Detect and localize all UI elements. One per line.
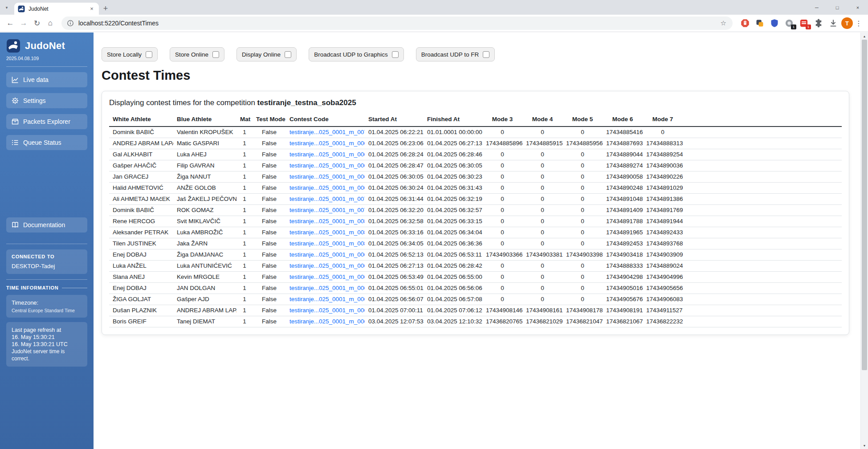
store-online-checkbox[interactable] [212, 51, 219, 58]
connected-host: DESKTOP-Tadej [12, 263, 82, 269]
browser-tab[interactable]: JudoNet × [14, 3, 99, 15]
bookmark-star-icon[interactable]: ☆ [720, 19, 727, 27]
display-online-checkbox[interactable] [285, 51, 291, 58]
contest-code-link[interactable]: testiranje...025_0001_m_0060_0019 [289, 296, 365, 302]
mode-6-cell: 1743489245370 [603, 238, 643, 249]
sidebar-item-live-data[interactable]: Live data [6, 72, 87, 87]
logo-row: JudoNet [0, 39, 94, 53]
mode-7-cell: 1743490499619 [643, 272, 683, 283]
mode-5-cell: 0 [562, 238, 603, 249]
shield-extension-icon[interactable] [770, 19, 779, 28]
maximize-button[interactable]: □ [827, 0, 848, 15]
store-locally-checkbox[interactable] [146, 51, 152, 58]
mode-4-cell: 0 [522, 171, 562, 183]
contest-code-link[interactable]: testiranje...025_0001_m_0060_0005 [289, 140, 365, 147]
contest-code-link[interactable]: testiranje...025_0001_m_0060_0003 [289, 251, 365, 258]
toggle-label: Store Online [175, 51, 208, 58]
gray-extension-icon[interactable]: 1 [785, 19, 794, 28]
contest-code-link[interactable]: testiranje...025_0001_m_0060_0015 [289, 262, 365, 269]
stack-extension-icon[interactable] [755, 19, 764, 28]
adblock-extension-icon[interactable] [741, 19, 750, 28]
forward-button[interactable]: → [17, 16, 30, 30]
scrollbar-track[interactable] [861, 40, 868, 442]
contest-code-cell: testiranje...025_0001_m_0060_0019 [286, 294, 365, 305]
white-athlete-cell: ANDREJ ABRAM LAPANJA [109, 138, 173, 149]
contest-code-link[interactable]: testiranje...025_0001_m_0073_0005 [289, 207, 365, 213]
close-button[interactable]: × [848, 0, 868, 15]
contest-code-link[interactable]: testiranje...025_0001_m_0073_0003 [289, 129, 365, 135]
filler-cell [683, 227, 842, 238]
display-online-toggle[interactable]: Display Online [236, 47, 297, 61]
contest-times-card: Displaying contest times for the competi… [102, 91, 849, 335]
broadcast-udp-graphics-checkbox[interactable] [392, 51, 399, 58]
mode-3-cell: 0 [482, 205, 522, 216]
site-info-icon[interactable] [67, 20, 74, 27]
blue-athlete-cell: Luka ANTUNIĆEVIĆ [173, 261, 236, 272]
browser-menu-icon[interactable]: ⋮ [853, 19, 864, 28]
contest-code-cell: testiranje...025_0001_m_0073_0003 [286, 127, 365, 138]
sidebar-item-documentation[interactable]: Documentation [6, 217, 87, 233]
contest-code-link[interactable]: testiranje...025_0001_m_0066_0007 [289, 184, 365, 191]
minimize-button[interactable]: ─ [807, 0, 827, 15]
sidebar-divider [6, 279, 87, 280]
sidebar-item-packets-explorer[interactable]: Packets Explorer [6, 114, 87, 129]
mode-7-cell: 1743489176905 [643, 205, 683, 216]
contest-code-link[interactable]: testiranje...025_0001_m_0060_0018 [289, 285, 365, 291]
column-header: Mode 3 [482, 113, 522, 127]
home-button[interactable]: ⌂ [44, 16, 57, 30]
red-extension-icon[interactable]: 1 [799, 19, 808, 28]
contest-code-link[interactable]: testiranje...025_0001_m_0066_0005 [289, 173, 365, 180]
mode-6-cell: 1743489104895 [603, 194, 643, 205]
white-athlete-cell: Luka ANŽEL [109, 261, 173, 272]
store-locally-toggle[interactable]: Store Locally [102, 47, 158, 61]
started-at-cell: 01.04.2025 07:00:11 UTC [365, 305, 424, 316]
page-scrollbar[interactable]: ▲ ▼ [860, 33, 868, 449]
back-button[interactable]: ← [4, 16, 17, 30]
mode-6-cell: 1743488769369 [603, 138, 643, 149]
broadcast-udp-fr-toggle[interactable]: Broadcast UDP to FR [416, 47, 495, 61]
tab-search-icon[interactable]: ▾ [0, 0, 13, 15]
mat-cell: 1 [236, 261, 253, 272]
address-bar[interactable]: localhost:5220/ContestTimes ☆ [61, 16, 733, 30]
store-online-toggle[interactable]: Store Online [170, 47, 224, 61]
sidebar-item-settings[interactable]: Settings [6, 93, 87, 108]
contest-code-link[interactable]: testiranje...025_0001_m_0060_0017 [289, 273, 365, 280]
reload-button[interactable]: ↻ [30, 16, 44, 30]
contest-code-cell: testiranje...025_0001_m_0081_0001 [286, 216, 365, 227]
sidebar-item-label: Documentation [23, 221, 65, 229]
white-athlete-cell: Tilen JUSTINEK [109, 238, 173, 249]
contest-code-link[interactable]: testiranje...025_0001_m_0066_0001 [289, 151, 365, 158]
mode-6-cell: 1743488927421 [603, 160, 643, 171]
filler-cell [683, 283, 842, 294]
scroll-up-icon[interactable]: ▲ [861, 33, 868, 40]
puzzle-extensions-menu-icon[interactable] [814, 19, 823, 28]
contest-code-link[interactable]: testiranje...025_0001_m_0073_0001 [289, 196, 365, 202]
contest-code-link[interactable]: testiranje...025_0001_m_0060_0020 [289, 307, 365, 314]
test-mode-cell: False [253, 149, 286, 160]
toggle-label: Display Online [242, 51, 281, 58]
broadcast-udp-fr-checkbox[interactable] [483, 51, 489, 58]
tab-close-icon[interactable]: × [88, 5, 95, 12]
profile-avatar[interactable]: T [841, 17, 853, 29]
contest-code-link[interactable]: testiranje...025_0001_m_0060_0021 [289, 318, 365, 325]
column-header: Mat [236, 113, 253, 127]
contest-code-cell: testiranje...025_0001_m_0060_0005 [286, 138, 365, 149]
test-mode-cell: False [253, 316, 286, 327]
finished-at-cell: 01.04.2025 06:30:05 UTC [424, 160, 482, 171]
mat-cell: 1 [236, 227, 253, 238]
mode-4-cell: 0 [522, 194, 562, 205]
started-at-cell: 01.04.2025 06:28:47 UTC [365, 160, 424, 171]
scrollbar-thumb[interactable] [862, 40, 867, 370]
contest-code-link[interactable]: testiranje...025_0001_m_0081_0003 [289, 240, 365, 247]
broadcast-udp-graphics-toggle[interactable]: Broadcast UDP to Graphics [309, 47, 404, 61]
downloads-button[interactable] [829, 19, 838, 28]
white-athlete-cell: Enej DOBAJ [109, 249, 173, 261]
sidebar-item-queue-status[interactable]: Queue Status [6, 135, 87, 150]
new-tab-button[interactable]: + [99, 2, 112, 15]
mode-4-cell: 0 [522, 283, 562, 294]
contest-table-header-row: White AthleteBlue AthleteMatTest ModeCon… [109, 113, 842, 127]
contest-code-link[interactable]: testiranje...025_0001_m_0081_0002 [289, 229, 365, 236]
contest-code-link[interactable]: testiranje...025_0001_m_0081_0001 [289, 218, 365, 224]
contest-code-link[interactable]: testiranje...025_0001_m_0066_0003 [289, 162, 365, 169]
scroll-down-icon[interactable]: ▼ [861, 442, 868, 449]
